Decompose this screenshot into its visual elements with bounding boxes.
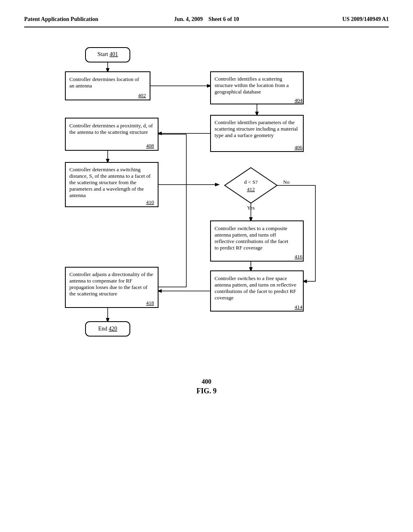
header-divider <box>24 27 389 27</box>
header-center: Jun. 4, 2009 Sheet 6 of 10 <box>146 16 267 23</box>
svg-text:406: 406 <box>294 144 302 150</box>
svg-text:contributions of the facet to : contributions of the facet to predict RF <box>215 288 296 294</box>
svg-text:to predict RF coverage: to predict RF coverage <box>215 245 263 251</box>
svg-text:Controller determines a proxim: Controller determines a proximity, d, of <box>69 123 153 129</box>
svg-text:Controller determines a switch: Controller determines a switching <box>69 166 141 172</box>
svg-text:410: 410 <box>146 199 154 205</box>
svg-text:propagation losses due to the : propagation losses due to the facet of <box>69 284 148 290</box>
svg-text:412: 412 <box>247 186 255 192</box>
svg-marker-33 <box>225 168 277 203</box>
figure-number-text: FIG. 9 <box>196 387 217 395</box>
svg-text:d < S?: d < S? <box>244 179 258 185</box>
svg-text:Controller identifies a scatte: Controller identifies a scattering <box>215 76 282 82</box>
header-left: Patent Application Publication <box>24 16 146 23</box>
svg-text:Controller adjusts a direction: Controller adjusts a directionality of t… <box>69 271 153 277</box>
svg-text:reflective contributions of th: reflective contributions of the facet <box>215 238 288 244</box>
svg-text:distance, S, of the antenna to: distance, S, of the antenna to a facet o… <box>69 173 151 179</box>
sheet-label: Sheet 6 of 10 <box>209 16 239 22</box>
svg-text:418: 418 <box>146 300 154 306</box>
svg-text:416: 416 <box>294 254 302 260</box>
svg-text:414: 414 <box>294 304 302 310</box>
svg-text:coverage: coverage <box>215 295 234 301</box>
svg-text:408: 408 <box>146 143 154 149</box>
svg-text:Start 401: Start 401 <box>98 51 118 57</box>
svg-text:No: No <box>283 179 290 185</box>
svg-text:Controller switches to a free : Controller switches to a free space <box>215 275 287 281</box>
svg-text:the scattering structure from : the scattering structure from the <box>69 179 136 185</box>
svg-text:the antenna to the scattering : the antenna to the scattering structure <box>69 129 148 135</box>
svg-text:antenna to compensate for RF: antenna to compensate for RF <box>69 278 132 284</box>
figure-ref: 400 <box>24 378 389 385</box>
flowchart: Start 401 Controller determines location… <box>33 39 380 370</box>
patent-number: US 2009/140949 A1 <box>342 16 389 22</box>
svg-text:Controller switches to a compo: Controller switches to a composite <box>215 225 288 231</box>
svg-text:antenna: antenna <box>69 192 86 198</box>
svg-text:antenna pattern, and turns on : antenna pattern, and turns on reflective <box>215 282 296 288</box>
svg-text:parameters and a wavelength of: parameters and a wavelength of the <box>69 186 144 192</box>
svg-text:404: 404 <box>294 97 302 103</box>
svg-text:antenna pattern, and turns off: antenna pattern, and turns off <box>215 232 276 238</box>
svg-text:an antenna: an antenna <box>69 83 92 89</box>
header-right: US 2009/140949 A1 <box>267 16 389 23</box>
figure-label-number: 400 <box>202 378 211 385</box>
page: Patent Application Publication Jun. 4, 2… <box>0 0 413 532</box>
svg-text:structure within the location : structure within the location from a <box>215 82 289 88</box>
svg-text:402: 402 <box>138 92 146 98</box>
publication-label: Patent Application Publication <box>24 16 98 22</box>
svg-text:the scattering structure: the scattering structure <box>69 291 117 297</box>
date-label: Jun. 4, 2009 <box>174 16 203 22</box>
svg-text:End 420: End 420 <box>98 326 117 332</box>
svg-text:Controller determines location: Controller determines location of <box>69 76 140 82</box>
svg-text:geographical database: geographical database <box>215 89 261 95</box>
figure-number: FIG. 9 <box>24 387 389 395</box>
svg-text:Controller identifies paramete: Controller identifies parameters of the <box>215 119 295 125</box>
svg-text:type and a surface geometry: type and a surface geometry <box>215 132 274 138</box>
page-header: Patent Application Publication Jun. 4, 2… <box>24 16 389 23</box>
svg-text:scattering structure including: scattering structure including a materia… <box>215 126 298 132</box>
